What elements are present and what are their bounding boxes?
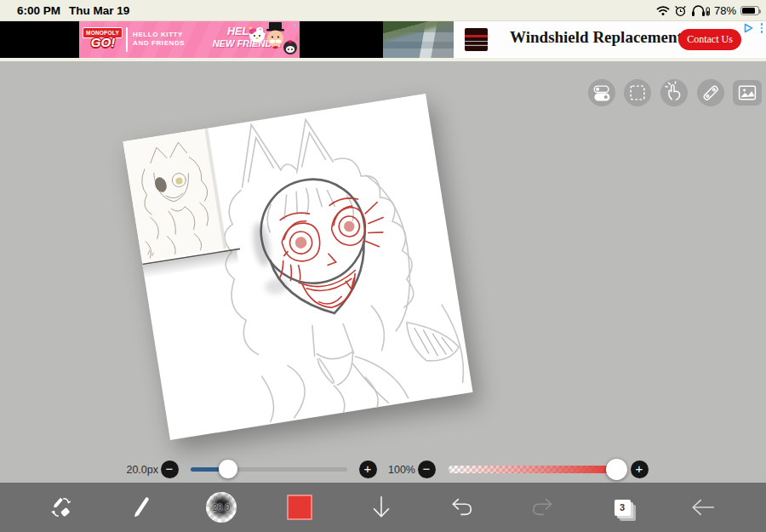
undo-button[interactable]: [447, 483, 477, 532]
drawing-canvas[interactable]: [123, 94, 472, 440]
brush-icon: [129, 495, 154, 520]
ad-characters: [243, 21, 300, 58]
ruler-icon: [699, 81, 723, 105]
hand-gesture-button[interactable]: [660, 79, 688, 106]
reference-inset: [123, 129, 226, 262]
marquee-select-icon: [626, 81, 649, 105]
windshield-ad-title: Windshield Replacement: [500, 28, 692, 47]
brush-size-plus-button[interactable]: +: [359, 460, 377, 478]
undo-icon: [449, 495, 475, 519]
brush-tool-button[interactable]: [126, 483, 157, 532]
tool-swap-button[interactable]: [46, 483, 77, 532]
color-swatch: [287, 495, 312, 520]
layers-icon: 3: [615, 500, 631, 516]
headphones-icon: [691, 4, 710, 17]
adchoices-icon[interactable]: [744, 23, 754, 33]
ibispaint-app: 6:00 PM Thu Mar 19 78%: [0, 0, 766, 532]
windshield-ad-logo: [465, 28, 488, 51]
back-arrow-icon: [689, 495, 717, 519]
monopoly-go-ad[interactable]: MONOPOLY GO! HELLO KITTY AND FRIENDS HEL…: [79, 21, 300, 58]
ad-subtitle: HELLO KITTY AND FRIENDS: [133, 31, 185, 48]
reference-image-icon: [736, 83, 758, 103]
alarm-icon: [674, 4, 687, 17]
hand-gesture-icon: [662, 81, 686, 105]
status-bar: 6:00 PM Thu Mar 19 78%: [0, 0, 766, 21]
windshield-ad[interactable]: Windshield Replacement Contact Us: [454, 21, 766, 58]
clock-date: Thu Mar 19: [69, 4, 129, 17]
down-arrow-button[interactable]: [366, 483, 397, 532]
wifi-icon: [656, 5, 670, 16]
ad-menu-icon[interactable]: [760, 23, 763, 35]
battery-percent: 78%: [714, 4, 736, 17]
canvas-workspace: 20.0px − + 100% − +: [0, 61, 766, 483]
contact-us-button[interactable]: Contact Us: [678, 29, 741, 50]
layer-count: 3: [620, 502, 625, 512]
down-arrow-icon: [369, 494, 394, 521]
brush-size-minus-button[interactable]: −: [161, 460, 179, 478]
bottom-toolbar: 20.0 3: [0, 483, 766, 532]
brush-size-knob[interactable]: [219, 460, 237, 478]
marquee-select-button[interactable]: [624, 79, 651, 106]
redo-icon: [529, 495, 555, 519]
battery-icon: [740, 6, 759, 15]
toggles-button[interactable]: [588, 79, 615, 106]
tool-swap-icon: [49, 495, 74, 520]
toggles-icon: [590, 81, 614, 105]
brush-size-slider[interactable]: [191, 467, 347, 472]
layers-button[interactable]: 3: [607, 483, 637, 532]
artwork-sketch: [123, 94, 472, 440]
redo-button[interactable]: [527, 483, 557, 532]
reference-image-button[interactable]: [733, 80, 762, 106]
brush-preview: 20.0: [206, 492, 237, 523]
opacity-plus-button[interactable]: +: [631, 460, 649, 478]
ruler-button[interactable]: [697, 79, 724, 106]
clock-time: 6:00 PM: [17, 4, 60, 17]
opacity-slider[interactable]: [449, 466, 627, 473]
windshield-ad-photo[interactable]: [383, 21, 454, 58]
ad-divider: [126, 27, 128, 52]
color-swatch-button[interactable]: [287, 483, 312, 532]
back-button[interactable]: [688, 483, 718, 532]
brush-size-label: 20.0px: [109, 464, 158, 476]
opacity-minus-button[interactable]: −: [418, 460, 436, 478]
opacity-label: 100%: [381, 464, 415, 476]
opacity-knob[interactable]: [606, 459, 627, 480]
brush-size-value: 20.0: [206, 492, 237, 523]
ad-banner: MONOPOLY GO! HELLO KITTY AND FRIENDS HEL…: [0, 21, 766, 58]
brush-preview-button[interactable]: 20.0: [206, 483, 237, 532]
monopoly-go-logo: MONOPOLY GO!: [83, 26, 123, 54]
